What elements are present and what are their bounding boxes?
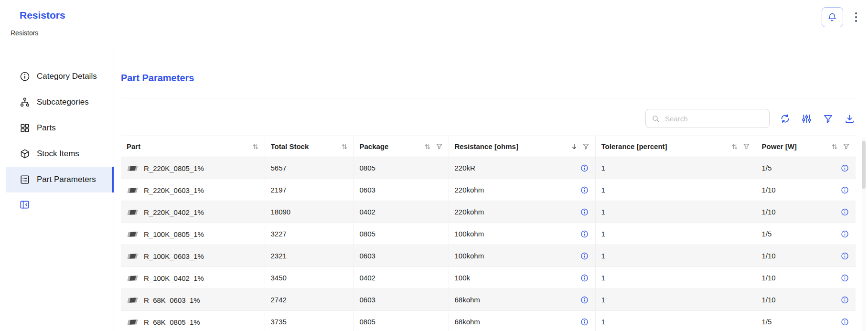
sort-icon[interactable]: [831, 143, 838, 150]
info-icon[interactable]: [841, 252, 849, 260]
power-cell: 1/5: [756, 311, 856, 331]
column-filter-icon[interactable]: [436, 143, 443, 150]
table-row[interactable]: R_220K_0603_1%21970603220kohm11/10: [121, 179, 856, 201]
info-icon[interactable]: [580, 274, 589, 282]
package-cell: 0805: [354, 223, 449, 245]
collapse-sidebar-button[interactable]: [18, 198, 31, 211]
info-icon[interactable]: [580, 208, 589, 216]
resistance-value: 100k: [455, 274, 471, 282]
sidebar-item-category-details[interactable]: Category Details: [6, 64, 114, 89]
table-row[interactable]: R_220K_0805_1%56570805220kR11/5: [121, 157, 856, 179]
sidebar-item-part-parameters[interactable]: Part Parameters: [6, 167, 114, 192]
main-panel: Part Parameters: [114, 49, 868, 331]
tolerance-cell: 1: [595, 157, 756, 179]
info-icon[interactable]: [580, 318, 589, 326]
download-icon: [845, 114, 855, 124]
sort-icon[interactable]: [341, 143, 348, 150]
resistance-cell: 100k: [449, 267, 595, 289]
column-header-package[interactable]: Package: [354, 136, 449, 157]
search-input[interactable]: [664, 114, 763, 123]
part-cell: R_220K_0402_1%: [121, 201, 265, 223]
total-stock-cell: 3227: [265, 223, 354, 245]
info-icon[interactable]: [580, 296, 589, 304]
table-row[interactable]: R_68K_0805_1%3735080568kohm11/5: [121, 311, 856, 331]
tolerance-cell: 1: [595, 289, 756, 311]
power-cell: 1/10: [756, 289, 856, 311]
table-row[interactable]: R_68K_0603_1%2742060368kohm11/10: [121, 289, 856, 311]
sidebar-item-label: Category Details: [37, 72, 97, 81]
resistance-value: 68kohm: [455, 318, 480, 326]
sort-icon[interactable]: [731, 143, 738, 150]
sidebar-item-label: Parts: [37, 123, 56, 133]
power-value: 1/5: [762, 318, 772, 326]
refresh-button[interactable]: [779, 113, 791, 125]
sidebar: Category DetailsSubcategoriesPartsStock …: [0, 49, 114, 331]
info-icon[interactable]: [841, 296, 849, 304]
part-cell: R_220K_0805_1%: [121, 157, 265, 179]
info-icon[interactable]: [841, 230, 849, 238]
part-cell: R_100K_0805_1%: [121, 223, 265, 245]
info-icon[interactable]: [580, 230, 589, 238]
section-title: Part Parameters: [121, 71, 856, 85]
notifications-button[interactable]: [822, 7, 843, 27]
resistance-cell: 68kohm: [449, 311, 595, 331]
sidebar-item-parts[interactable]: Parts: [6, 115, 114, 141]
breadcrumb[interactable]: Resistors: [11, 29, 857, 37]
part-name: R_220K_0603_1%: [144, 186, 204, 194]
part-cell: R_100K_0402_1%: [121, 267, 265, 289]
part-name: R_100K_0603_1%: [144, 252, 204, 260]
more-menu-button[interactable]: [853, 10, 860, 25]
column-filter-icon[interactable]: [843, 143, 850, 150]
table-row[interactable]: R_100K_0603_1%23210603100kohm11/10: [121, 245, 856, 267]
page-title: Resistors: [20, 10, 857, 21]
filter-button[interactable]: [822, 113, 834, 125]
column-filter-icon[interactable]: [743, 143, 750, 150]
resistance-value: 100kohm: [455, 230, 484, 238]
sidebar-item-label: Part Parameters: [37, 175, 96, 184]
package-cell: 0603: [354, 289, 449, 311]
info-icon[interactable]: [580, 186, 589, 194]
info-icon[interactable]: [841, 208, 849, 216]
info-icon[interactable]: [580, 252, 589, 260]
resistance-value: 100kohm: [455, 252, 484, 260]
info-icon[interactable]: [841, 186, 849, 194]
column-header-total-stock[interactable]: Total Stock: [265, 136, 354, 157]
total-stock-cell: 18090: [265, 201, 354, 223]
table-row[interactable]: R_220K_0402_1%180900402220kohm11/10: [121, 201, 856, 223]
sort-icon[interactable]: [252, 143, 259, 150]
column-label: Total Stock: [271, 142, 309, 150]
resistance-cell: 100kohm: [449, 223, 595, 245]
column-settings-button[interactable]: [801, 113, 813, 125]
column-header-resistance-ohms[interactable]: Resistance [ohms]: [449, 136, 595, 157]
column-filter-icon[interactable]: [582, 143, 589, 150]
resistance-value: 68kohm: [455, 296, 480, 304]
sort-icon[interactable]: [424, 143, 431, 150]
info-icon[interactable]: [841, 318, 849, 326]
sidebar-item-stock-items[interactable]: Stock Items: [6, 141, 114, 167]
package-cell: 0402: [354, 201, 449, 223]
info-icon[interactable]: [841, 164, 849, 172]
part-thumbnail-icon: [127, 187, 139, 194]
list-details-icon: [19, 174, 31, 185]
column-header-part[interactable]: Part: [121, 136, 265, 157]
sort-desc-icon[interactable]: [571, 143, 578, 150]
column-header-tolerance-percent[interactable]: Tolerance [percent]: [595, 136, 756, 157]
package-cell: 0402: [354, 267, 449, 289]
sidebar-item-label: Subcategories: [37, 97, 89, 107]
table-row[interactable]: R_100K_0805_1%32270805100kohm11/5: [121, 223, 856, 245]
app-window: Resistors Resistors Category DetailsSubc…: [0, 0, 868, 331]
scrollbar-thumb[interactable]: [862, 141, 866, 189]
column-header-power-w[interactable]: Power [W]: [756, 136, 856, 157]
sidebar-item-subcategories[interactable]: Subcategories: [6, 89, 114, 115]
table-body: R_220K_0805_1%56570805220kR11/5R_220K_06…: [121, 157, 856, 331]
package-cell: 0603: [354, 179, 449, 201]
column-label: Tolerance [percent]: [601, 142, 667, 150]
download-button[interactable]: [844, 113, 856, 125]
kebab-dot: [855, 16, 857, 19]
bell-icon: [827, 12, 837, 22]
total-stock-cell: 3735: [265, 311, 354, 331]
info-icon[interactable]: [841, 274, 849, 282]
hierarchy-icon: [19, 97, 31, 107]
table-row[interactable]: R_100K_0402_1%34500402100k11/10: [121, 267, 856, 289]
info-icon[interactable]: [580, 164, 589, 172]
